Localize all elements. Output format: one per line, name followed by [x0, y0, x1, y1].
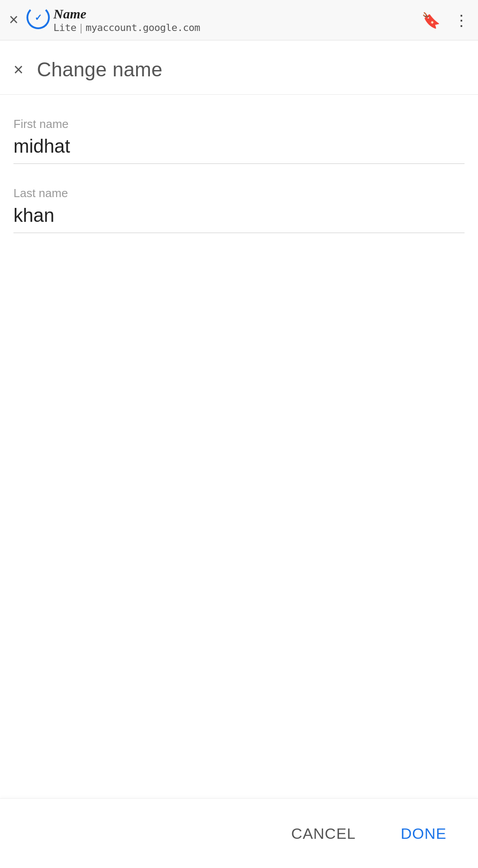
more-options-icon[interactable]: ⋮	[454, 11, 469, 29]
browser-subtitle-separator: |	[78, 22, 84, 33]
first-name-field-group: First name	[13, 117, 465, 164]
page-header: × Change name	[0, 40, 478, 95]
first-name-input[interactable]	[13, 136, 465, 164]
browser-logo-icon: ✓	[26, 6, 50, 29]
last-name-input[interactable]	[13, 205, 465, 233]
browser-subtitle-lite: Lite	[53, 22, 76, 33]
last-name-label: Last name	[13, 186, 465, 200]
close-tab-icon[interactable]: ×	[9, 12, 18, 28]
first-name-label: First name	[13, 117, 465, 131]
form-area: First name Last name	[0, 95, 478, 273]
page-close-icon[interactable]: ×	[13, 60, 23, 79]
bookmark-icon[interactable]: 🔖	[421, 11, 440, 29]
cancel-button[interactable]: CANCEL	[282, 820, 365, 847]
browser-title-group: Name Lite|myaccount.google.com	[53, 6, 200, 34]
browser-right-section: 🔖 ⋮	[421, 11, 469, 29]
browser-tab-bar: × ✓ Name Lite|myaccount.google.com 🔖 ⋮	[0, 0, 478, 40]
browser-subtitle: Lite|myaccount.google.com	[53, 22, 200, 34]
page-content: × Change name First name Last name	[0, 40, 478, 868]
browser-left-section: × ✓ Name Lite|myaccount.google.com	[9, 6, 200, 34]
last-name-field-group: Last name	[13, 186, 465, 233]
browser-title: Name	[53, 6, 200, 22]
browser-logo-area: ✓ Name Lite|myaccount.google.com	[26, 6, 200, 34]
done-button[interactable]: DONE	[392, 820, 456, 847]
check-icon: ✓	[35, 12, 42, 23]
bottom-action-bar: CANCEL DONE	[0, 798, 478, 868]
browser-subtitle-url: myaccount.google.com	[86, 22, 200, 33]
page-title: Change name	[37, 58, 162, 81]
